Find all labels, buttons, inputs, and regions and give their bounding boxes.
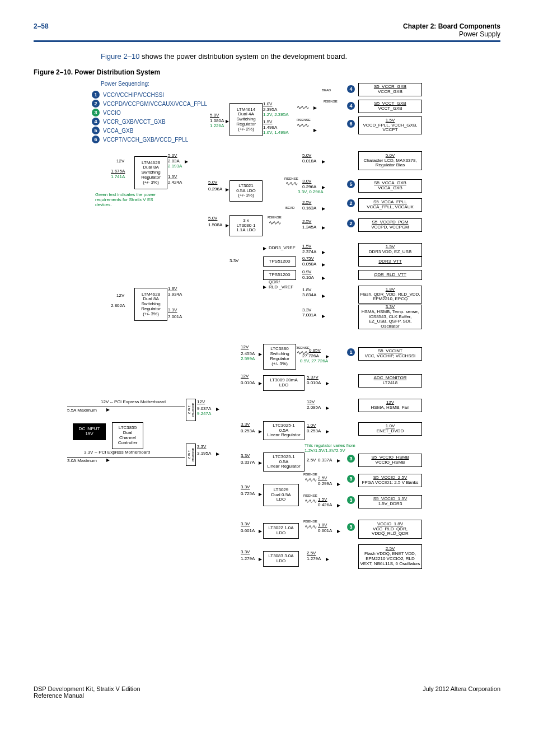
reg-tps1: TPS51200 [263, 256, 296, 267]
v-2.5d: 2.5V [318, 476, 327, 481]
v-2.5a: 2.5V [302, 200, 311, 206]
footer-date: July 2012 Altera Corporation [423, 685, 500, 699]
reg-ltc3025b: LTC3025-1 0.5A Linear Regulator [263, 452, 305, 472]
a-0.018: 0.018A [302, 159, 316, 164]
mux2: dcdemux 1 to 2 [186, 444, 196, 466]
v-3.3h: 3.3V [241, 550, 250, 555]
a-0.253b: 0.253A [307, 429, 321, 434]
out-adc-monitor: ADC_MONITORLT2418 [358, 374, 422, 388]
seq-badge-5: 5 [92, 127, 100, 134]
v-2.5e: 2.5V [307, 551, 316, 556]
v-1.5: 1.5V [263, 120, 272, 125]
qdr-vref: QDR/ RLD _VREF [269, 280, 293, 290]
max-3.0a: 3.0A Maximum [67, 459, 97, 464]
seq-out-3a: 3 [347, 455, 355, 463]
seq-badge-4: 4 [92, 118, 100, 125]
v-12e: 12V [197, 400, 205, 405]
reg-tps2: TPS51200 [263, 270, 296, 280]
reg-lt3009: LT3009 20mA LDO [263, 375, 305, 391]
out-vccio-2.5v: S5_VCCIO_2.5VFPGA VCCIO1: 2.5 V Banks [358, 474, 422, 487]
rsense: RSENSE [303, 473, 317, 476]
out-vccpd-pgm: S5_VCCPD_PGMVCCPD, VCCPGM [358, 218, 422, 232]
seq-out-3c: 3 [347, 496, 355, 504]
a-0.010b: 0.010A [307, 381, 321, 386]
v-0.85: 0.85V [309, 348, 321, 353]
reg-ltc3025a: LTC3025-1 0.5A Linear Regulator [263, 421, 305, 440]
seq-out-4: 4 [347, 85, 355, 93]
out-vcct-gxb: S5_VCCT_GXBVCCT_GXB [358, 100, 422, 113]
v-5.0c: 5.0V [208, 180, 217, 185]
v-1.5d: 1.5V [318, 497, 327, 502]
a-2.095: 2.095A [307, 405, 321, 410]
seq-label-6: VCCPT/VCCH_GXB/VCCD_FPLL [103, 137, 188, 143]
dc-input: DC INPUT 19V [73, 423, 106, 440]
a-3.195: 3.195A [197, 451, 211, 456]
a-1.675: 1.675A [111, 169, 125, 174]
g-1.2v: 1.2V, 2.395A [263, 113, 289, 118]
out-vcca-fpll: S5_VCCA_FPLLVCCA_FPLL, VCCAUX [358, 198, 422, 212]
a-2.424: 2.424A [168, 180, 182, 185]
chapter-title: Chapter 2: Board Components [403, 22, 500, 30]
seq-badge-2: 2 [92, 100, 100, 108]
out-vcca-gxb: S5_VCCA_GXBVCCA_GXB [358, 179, 422, 193]
seq-badge-6: 6 [92, 136, 100, 143]
v-12: 12V [116, 159, 124, 164]
v-3.3c: 3.3V [197, 445, 206, 450]
reg-ltc3880: LTC3880 Switching Regulator (+/- 3%) [263, 344, 296, 370]
v-1.8b: 1.8V [318, 523, 327, 528]
v-12c: 12V [241, 345, 249, 350]
resistor-icon: ∿∿∿ [297, 349, 308, 356]
v-3.3g: 3.3V [241, 522, 250, 527]
v-3.3f: 3.3V [241, 485, 250, 490]
bead2: BEAD [285, 206, 294, 210]
v-3.3a: 3.3V [229, 259, 238, 264]
seq-badge-3: 3 [92, 109, 100, 116]
resistor-icon: ∿∿∿ [285, 180, 297, 186]
resistor-icon: ∿∿∿ [269, 220, 280, 226]
out-vccio-1.5v: S5_VCCIO_1.5V1.5V_DDR3 [358, 495, 422, 508]
v-3.3b: 3.3V [168, 308, 177, 313]
page-footer: DSP Development Kit, Stratix V Edition R… [34, 685, 500, 699]
figure-link[interactable]: Figure 2–10 [101, 52, 139, 60]
a-1.279b: 1.279A [307, 557, 321, 562]
g-9.247: 9.247A [197, 412, 211, 417]
rsense: RSENSE [268, 216, 282, 219]
v-1.0: 1.0V [263, 102, 272, 107]
figure-caption: Figure 2–10. Power Distribution System [34, 68, 500, 76]
a-0.296: 0.296A [208, 187, 222, 192]
g-0.9v: 0.9V, 27.726A [300, 359, 328, 364]
v-5.0: 5.0V [210, 113, 219, 118]
max-5.5a: 5.5A Maximum [67, 408, 97, 413]
reg-ltm4614: LTM4614 Dual 4A Switching Regulator (+/-… [229, 103, 263, 136]
out-1.0v-enet: 1.0VENET_DVDD [358, 422, 422, 436]
v-3.3d: 3.3V [241, 422, 250, 427]
seq-title: Power Sequencing: [101, 81, 149, 87]
a-0.050: 0.050A [302, 262, 316, 267]
g-1.226: 1.226A [210, 124, 224, 129]
v-12d: 12V [241, 374, 249, 379]
a-3.934: 3.934A [168, 292, 182, 297]
out-vccr-gxb: S5_VCCR_GXBVCCR_GXB [358, 83, 422, 96]
a-2.802: 2.802A [111, 304, 125, 309]
seq-out-3b: 3 [347, 475, 355, 483]
regulator-note: This regulator varies from 1.2V/1.5V/1.8… [305, 444, 360, 454]
green-note: Green text indicates the power requireme… [95, 193, 162, 207]
a-1.345: 1.345A [302, 225, 316, 230]
resistor-icon: ∿∿∿ [297, 104, 308, 110]
reg-ltc3855: LTC3855 Dual Channel Controller [112, 422, 143, 449]
seq-badge-1: 1 [92, 91, 100, 99]
v-3.0: 3.0V [302, 179, 311, 184]
g-1.6v: 1.6V, 1.499A [263, 130, 289, 136]
g-1.741: 1.741A [111, 175, 125, 180]
v-5.0d: 5.0V [208, 216, 217, 221]
v-1.0b: 1.0V [307, 423, 316, 428]
footer-doc-title: DSP Development Kit, Stratix V Edition [34, 685, 140, 692]
bead: BEAD [322, 88, 331, 92]
v-12f: 12V [307, 400, 315, 405]
seq-out-3d: 3 [347, 523, 355, 531]
power-diagram: Power Sequencing: 1 VCC/VCCHIP/VCCHSSI 2… [56, 81, 459, 674]
v-2.5b: 2.5V [302, 220, 311, 225]
page-number: 2–58 [34, 22, 49, 38]
a-0.163: 0.163A [302, 206, 316, 211]
out-vccio-hsmb: S5_VCCIO_HSMBVCCIO_HSMB [358, 454, 422, 467]
